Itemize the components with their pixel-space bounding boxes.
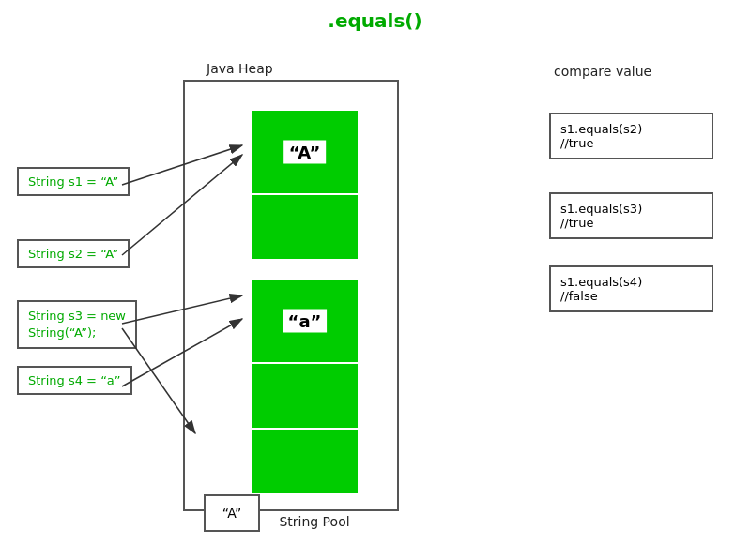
heap-label: Java Heap <box>207 61 273 76</box>
block-small-a-lower <box>251 363 359 429</box>
page-title: .equals() <box>0 9 750 32</box>
var-s2-box: String s2 = “A” <box>17 239 130 268</box>
var-s1-box: String s1 = “A” <box>17 167 130 196</box>
compare-box-1: s1.equals(s2)//true <box>549 113 713 159</box>
compare-section-label: compare value <box>554 64 651 79</box>
compare-box-3: s1.equals(s4)//false <box>549 265 713 312</box>
block-small-a-upper: “a” <box>251 279 359 363</box>
block-a-upper: “A” <box>251 110 359 194</box>
var-s4-box: String s4 = “a” <box>17 366 132 395</box>
heap-box: “A” “a” “A” <box>183 80 399 511</box>
string-pool-label: String Pool <box>207 514 422 529</box>
block-small-a-upper-label: “a” <box>283 310 328 333</box>
var-s3-box: String s3 = newString(“A”); <box>17 300 137 349</box>
block-a-upper-label: “A” <box>283 141 327 164</box>
block-a-lower <box>251 194 359 260</box>
block-small-a-last <box>251 429 359 494</box>
compare-box-2: s1.equals(s3)//true <box>549 192 713 239</box>
